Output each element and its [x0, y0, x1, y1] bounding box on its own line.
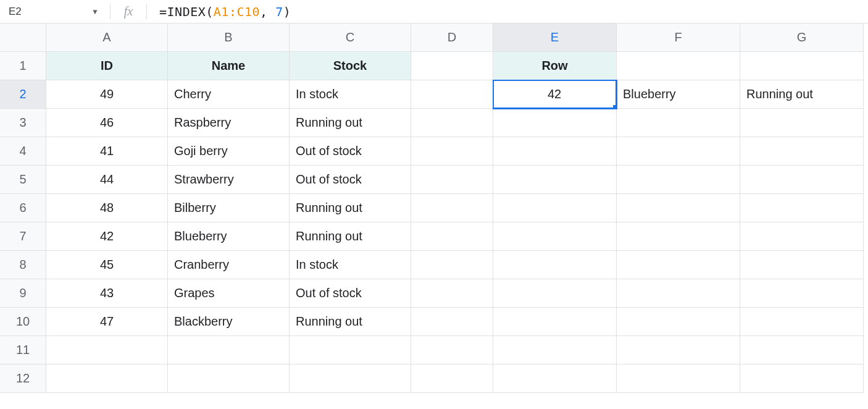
cell-F2[interactable]: Blueberry [617, 80, 740, 109]
cell-D1[interactable] [411, 52, 493, 80]
cell-A6[interactable]: 48 [46, 194, 168, 222]
cell-F1[interactable] [617, 52, 740, 80]
cell-D7[interactable] [411, 222, 493, 251]
row-header-11[interactable]: 11 [0, 336, 46, 365]
cell-E3[interactable] [493, 109, 617, 137]
cell-C12[interactable] [290, 365, 411, 393]
cell-D8[interactable] [411, 251, 493, 279]
column-header-C[interactable]: C [290, 23, 411, 52]
row-header-3[interactable]: 3 [0, 109, 46, 137]
column-header-E[interactable]: E [493, 23, 617, 52]
cell-F5[interactable] [617, 166, 740, 194]
cell-D6[interactable] [411, 194, 493, 222]
row-header-6[interactable]: 6 [0, 194, 46, 222]
corner-cell[interactable] [0, 23, 46, 52]
dropdown-arrow-icon[interactable]: ▼ [91, 7, 99, 16]
cell-E2[interactable]: 42 [493, 80, 617, 109]
cell-E9[interactable] [493, 279, 617, 308]
row-header-7[interactable]: 7 [0, 222, 46, 251]
cell-A2[interactable]: 49 [46, 80, 168, 109]
cell-E5[interactable] [493, 166, 617, 194]
cell-G7[interactable] [740, 222, 864, 251]
cell-A4[interactable]: 41 [46, 137, 168, 166]
cell-C9[interactable]: Out of stock [290, 279, 411, 308]
cell-D12[interactable] [411, 365, 493, 393]
cell-B5[interactable]: Strawberry [168, 166, 290, 194]
cell-F7[interactable] [617, 222, 740, 251]
column-header-D[interactable]: D [411, 23, 493, 52]
cell-F11[interactable] [617, 336, 740, 365]
row-header-8[interactable]: 8 [0, 251, 46, 279]
cell-A10[interactable]: 47 [46, 308, 168, 336]
cell-C6[interactable]: Running out [290, 194, 411, 222]
cell-B2[interactable]: Cherry [168, 80, 290, 109]
column-header-F[interactable]: F [617, 23, 740, 52]
cell-G3[interactable] [740, 109, 864, 137]
cell-G2[interactable]: Running out [740, 80, 864, 109]
cell-A8[interactable]: 45 [46, 251, 168, 279]
row-header-2[interactable]: 2 [0, 80, 46, 109]
spreadsheet-grid[interactable]: ABCDEFG1IDNameStockRow249CherryIn stock4… [0, 23, 868, 393]
cell-C11[interactable] [290, 336, 411, 365]
column-header-A[interactable]: A [46, 23, 168, 52]
cell-B4[interactable]: Goji berry [168, 137, 290, 166]
name-box[interactable]: E2 ▼ [0, 0, 105, 23]
row-header-4[interactable]: 4 [0, 137, 46, 166]
cell-C4[interactable]: Out of stock [290, 137, 411, 166]
cell-F8[interactable] [617, 251, 740, 279]
cell-C2[interactable]: In stock [290, 80, 411, 109]
cell-E11[interactable] [493, 336, 617, 365]
cell-F9[interactable] [617, 279, 740, 308]
column-header-B[interactable]: B [168, 23, 290, 52]
cell-G4[interactable] [740, 137, 864, 166]
row-header-1[interactable]: 1 [0, 52, 46, 80]
cell-G10[interactable] [740, 308, 864, 336]
cell-B1[interactable]: Name [168, 52, 290, 80]
cell-C3[interactable]: Running out [290, 109, 411, 137]
cell-E10[interactable] [493, 308, 617, 336]
cell-D9[interactable] [411, 279, 493, 308]
cell-A1[interactable]: ID [46, 52, 168, 80]
cell-D2[interactable] [411, 80, 493, 109]
cell-G12[interactable] [740, 365, 864, 393]
cell-E7[interactable] [493, 222, 617, 251]
cell-F6[interactable] [617, 194, 740, 222]
cell-A7[interactable]: 42 [46, 222, 168, 251]
cell-G5[interactable] [740, 166, 864, 194]
row-header-5[interactable]: 5 [0, 166, 46, 194]
cell-D4[interactable] [411, 137, 493, 166]
cell-B9[interactable]: Grapes [168, 279, 290, 308]
cell-B6[interactable]: Bilberry [168, 194, 290, 222]
row-header-9[interactable]: 9 [0, 279, 46, 308]
cell-C10[interactable]: Running out [290, 308, 411, 336]
cell-E12[interactable] [493, 365, 617, 393]
cell-G6[interactable] [740, 194, 864, 222]
cell-B8[interactable]: Cranberry [168, 251, 290, 279]
cell-A12[interactable] [46, 365, 168, 393]
cell-D11[interactable] [411, 336, 493, 365]
cell-C1[interactable]: Stock [290, 52, 411, 80]
cell-G9[interactable] [740, 279, 864, 308]
cell-B3[interactable]: Raspberry [168, 109, 290, 137]
cell-F4[interactable] [617, 137, 740, 166]
cell-C7[interactable]: Running out [290, 222, 411, 251]
cell-D10[interactable] [411, 308, 493, 336]
cell-A9[interactable]: 43 [46, 279, 168, 308]
row-header-10[interactable]: 10 [0, 308, 46, 336]
cell-A11[interactable] [46, 336, 168, 365]
formula-input[interactable]: =INDEX(A1:C10, 7) [152, 4, 291, 19]
cell-A3[interactable]: 46 [46, 109, 168, 137]
cell-B10[interactable]: Blackberry [168, 308, 290, 336]
cell-B11[interactable] [168, 336, 290, 365]
cell-G11[interactable] [740, 336, 864, 365]
cell-F3[interactable] [617, 109, 740, 137]
cell-E8[interactable] [493, 251, 617, 279]
row-header-12[interactable]: 12 [0, 365, 46, 393]
cell-A5[interactable]: 44 [46, 166, 168, 194]
cell-D3[interactable] [411, 109, 493, 137]
cell-D5[interactable] [411, 166, 493, 194]
cell-E4[interactable] [493, 137, 617, 166]
cell-E1[interactable]: Row [493, 52, 617, 80]
cell-F10[interactable] [617, 308, 740, 336]
cell-B12[interactable] [168, 365, 290, 393]
